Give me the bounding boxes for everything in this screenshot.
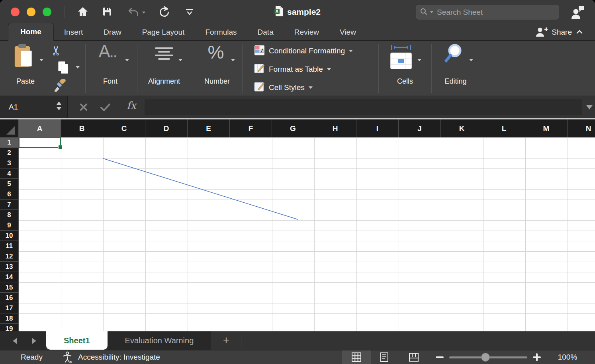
conditional-formatting-button[interactable]: Conditional Formatting bbox=[254, 44, 353, 58]
column-header-H[interactable]: H bbox=[314, 119, 356, 137]
row-header-18[interactable]: 18 bbox=[0, 313, 19, 324]
column-header-N[interactable]: N bbox=[568, 119, 595, 137]
fill-handle[interactable] bbox=[58, 145, 63, 149]
row-header-11[interactable]: 11 bbox=[0, 241, 19, 251]
editing-icon[interactable] bbox=[443, 42, 464, 66]
editing-dropdown-icon[interactable] bbox=[469, 59, 473, 61]
row-header-6[interactable]: 6 bbox=[0, 189, 19, 200]
ribbon-tab-page-layout[interactable]: Page Layout bbox=[132, 24, 195, 41]
zoom-window-button[interactable] bbox=[43, 8, 51, 16]
sheet-tab-sheet1[interactable]: Sheet1 bbox=[46, 331, 108, 350]
row-header-14[interactable]: 14 bbox=[0, 272, 19, 282]
ribbon-tab-insert[interactable]: Insert bbox=[54, 24, 94, 41]
page-layout-view-icon[interactable] bbox=[379, 352, 389, 364]
column-header-C[interactable]: C bbox=[103, 119, 145, 137]
redo-icon[interactable] bbox=[159, 6, 170, 19]
enter-check-icon[interactable] bbox=[100, 103, 110, 113]
ribbon-tab-formulas[interactable]: Formulas bbox=[195, 24, 247, 41]
column-header-G[interactable]: G bbox=[272, 119, 314, 137]
save-icon[interactable] bbox=[102, 6, 112, 18]
column-header-M[interactable]: M bbox=[525, 119, 568, 137]
row-header-15[interactable]: 15 bbox=[0, 282, 19, 293]
sheet-tab-evaluation-warning[interactable]: Evaluation Warning bbox=[108, 331, 211, 350]
column-header-J[interactable]: J bbox=[399, 119, 441, 137]
column-header-F[interactable]: F bbox=[230, 119, 272, 137]
add-sheet-button[interactable]: + bbox=[211, 331, 241, 350]
zoom-level[interactable]: 100% bbox=[550, 350, 585, 364]
zoom-out-button[interactable] bbox=[436, 356, 444, 358]
line-shape[interactable] bbox=[19, 137, 595, 331]
column-header-A[interactable]: A bbox=[19, 119, 61, 137]
share-button[interactable]: Share bbox=[552, 28, 572, 37]
row-header-9[interactable]: 9 bbox=[0, 220, 19, 231]
ribbon-toggle-icon[interactable] bbox=[185, 8, 194, 18]
row-header-2[interactable]: 2 bbox=[0, 148, 19, 158]
page-break-view-icon[interactable] bbox=[409, 352, 419, 364]
ribbon-tab-data[interactable]: Data bbox=[247, 24, 284, 41]
column-header-D[interactable]: D bbox=[145, 119, 188, 137]
close-window-button[interactable] bbox=[11, 8, 20, 16]
row-header-16[interactable]: 16 bbox=[0, 293, 19, 303]
number-icon[interactable]: % bbox=[204, 41, 228, 63]
row-header-8[interactable]: 8 bbox=[0, 210, 19, 220]
name-box[interactable]: A1 bbox=[0, 96, 68, 118]
row-header-17[interactable]: 17 bbox=[0, 303, 19, 313]
collapse-ribbon-icon[interactable] bbox=[576, 29, 583, 36]
cut-icon[interactable]: ✂ bbox=[49, 45, 64, 56]
alignment-icon[interactable] bbox=[154, 45, 174, 62]
row-header-7[interactable]: 7 bbox=[0, 200, 19, 210]
ribbon-tab-draw[interactable]: Draw bbox=[93, 24, 131, 41]
ribbon-tab-home[interactable]: Home bbox=[8, 23, 54, 41]
font-icon[interactable]: A.. bbox=[92, 41, 123, 61]
previous-sheet-icon[interactable] bbox=[13, 338, 17, 344]
sheet-cells[interactable] bbox=[19, 137, 595, 331]
search-scope-dropdown-icon[interactable] bbox=[430, 11, 433, 13]
undo-dropdown-icon[interactable] bbox=[142, 12, 145, 14]
alignment-dropdown-icon[interactable] bbox=[178, 59, 182, 61]
next-sheet-icon[interactable] bbox=[32, 338, 36, 344]
row-header-4[interactable]: 4 bbox=[0, 168, 19, 179]
undo-icon[interactable] bbox=[127, 7, 139, 19]
search-field[interactable] bbox=[416, 5, 559, 20]
accessibility-status[interactable]: Accessibility: Investigate bbox=[78, 350, 160, 364]
account-icon[interactable] bbox=[570, 5, 585, 20]
row-header-12[interactable]: 12 bbox=[0, 251, 19, 262]
name-box-spinner[interactable] bbox=[57, 102, 61, 110]
column-header-B[interactable]: B bbox=[61, 119, 103, 137]
column-header-L[interactable]: L bbox=[483, 119, 525, 137]
row-header-19[interactable]: 19 bbox=[0, 324, 19, 331]
copy-icon[interactable] bbox=[58, 61, 74, 76]
number-dropdown-icon[interactable] bbox=[231, 59, 235, 61]
ribbon-tab-review[interactable]: Review bbox=[284, 24, 329, 41]
cell-styles-button[interactable]: Cell Styles bbox=[254, 80, 313, 95]
formula-input[interactable] bbox=[145, 99, 582, 115]
column-header-E[interactable]: E bbox=[188, 119, 230, 137]
minimize-window-button[interactable] bbox=[27, 8, 35, 16]
row-header-5[interactable]: 5 bbox=[0, 179, 19, 189]
row-header-10[interactable]: 10 bbox=[0, 231, 19, 241]
search-input[interactable] bbox=[436, 8, 559, 17]
zoom-in-button[interactable] bbox=[533, 353, 541, 361]
home-icon[interactable] bbox=[77, 6, 88, 19]
column-header-I[interactable]: I bbox=[356, 119, 399, 137]
expand-formula-bar-icon[interactable] bbox=[586, 105, 593, 110]
select-all-corner[interactable] bbox=[0, 119, 19, 137]
format-as-table-button[interactable]: Format as Table bbox=[254, 62, 331, 76]
ribbon-tab-view[interactable]: View bbox=[329, 24, 366, 41]
row-header-3[interactable]: 3 bbox=[0, 158, 19, 168]
row-header-13[interactable]: 13 bbox=[0, 262, 19, 272]
column-header-K[interactable]: K bbox=[441, 119, 483, 137]
cells-icon[interactable] bbox=[390, 45, 413, 69]
format-painter-icon[interactable] bbox=[53, 79, 67, 95]
font-dropdown-icon[interactable] bbox=[125, 59, 129, 61]
paste-button[interactable] bbox=[14, 44, 37, 69]
copy-dropdown-icon[interactable] bbox=[76, 66, 80, 68]
paste-dropdown-icon[interactable] bbox=[39, 59, 43, 61]
normal-view-button[interactable] bbox=[342, 350, 371, 364]
share-cluster[interactable]: Share bbox=[536, 24, 583, 41]
zoom-slider-thumb[interactable] bbox=[481, 353, 490, 362]
cancel-icon[interactable] bbox=[80, 103, 88, 113]
row-header-1[interactable]: 1 bbox=[0, 137, 19, 148]
cells-dropdown-icon[interactable] bbox=[417, 59, 421, 61]
insert-function-icon[interactable]: fx bbox=[127, 100, 136, 112]
